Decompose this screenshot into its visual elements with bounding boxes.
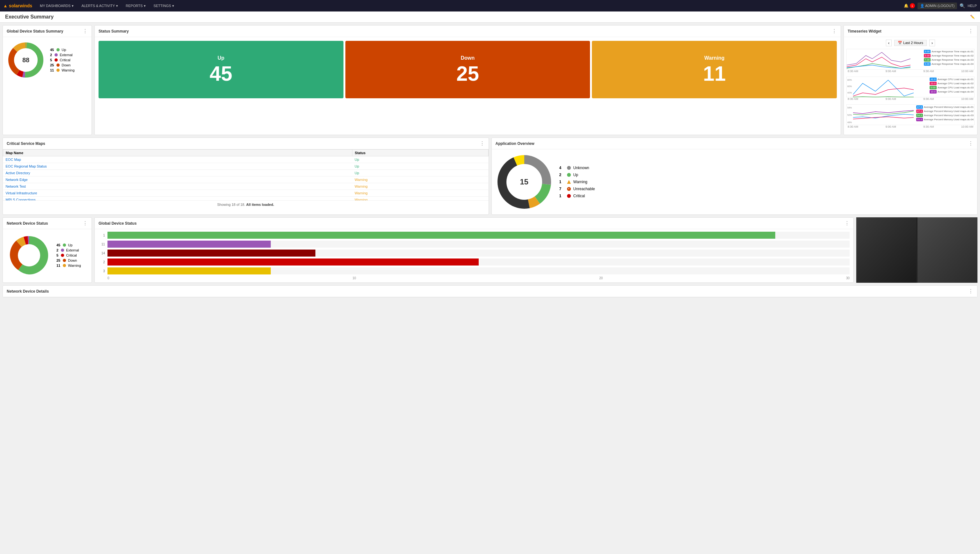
widget-header: Global Device Status Summary ⋮ [3, 26, 92, 37]
map-link[interactable]: MPLS Connections [6, 198, 36, 200]
up-label: Up [62, 48, 66, 52]
down-label: Down [62, 63, 70, 67]
bar-label: 2 [99, 260, 105, 264]
timeseries-date-button[interactable]: 📅 Last 2 Hours [894, 40, 926, 46]
donut-chart: 88 [7, 41, 45, 79]
label: Average CPU Load maps-dc-04 [938, 90, 974, 93]
page-title-bar: Executive Summary ✏️ [0, 11, 980, 23]
bar-label: 1 [99, 234, 105, 237]
network-status-body: 45 Up 2 External 5 Critical [3, 229, 92, 281]
bar-fill [107, 259, 479, 265]
label: Average Response Time maps-dc-03 [932, 58, 974, 61]
application-overview-widget: Application Overview ⋮ [492, 137, 978, 215]
timeseries-prev-button[interactable]: ‹ [886, 40, 892, 46]
map-link[interactable]: Virtual Infrastructure [6, 191, 37, 195]
warning-label: Warning [573, 180, 587, 184]
critical-maps-title: Critical Service Maps [7, 141, 45, 146]
legend-down: 25 Down [50, 63, 75, 67]
app-donut-chart: 15 [496, 153, 553, 211]
nav-alerts-activity[interactable]: ALERTS & ACTIVITY ▾ [78, 0, 121, 11]
ts-legend-memory: 47.9 Average Percent Memory Used maps-dc… [916, 105, 975, 122]
map-link[interactable]: Network Test [6, 184, 26, 188]
ts-x-labels: 8:30 AM 9:00 AM 9:30 AM 10:00 AM [846, 70, 975, 73]
warning-box-label: Warning [704, 55, 724, 61]
badge: 55.5 [916, 118, 923, 121]
bar-fill [107, 249, 315, 257]
maps-table-head: Map Name Status [3, 150, 488, 156]
notification-area[interactable]: 🔔 1 [904, 3, 915, 8]
label: Average Response Time maps-dc-02 [932, 54, 974, 57]
ts-chart-response: 3.00 Average Response Time maps-dc-01 3.… [846, 49, 975, 70]
widget-menu-button[interactable]: ⋮ [83, 28, 88, 34]
edit-icon[interactable]: ✏️ [970, 15, 975, 19]
bar-label: 14 [99, 251, 105, 255]
network-status-menu[interactable]: ⋮ [83, 220, 88, 226]
nav-settings[interactable]: SETTINGS ▾ [150, 0, 177, 11]
ts-legend-item: 3.00 Average Response Time maps-dc-01 [924, 50, 974, 53]
nav-reports[interactable]: REPORTS ▾ [123, 0, 149, 11]
main-content: Global Device Status Summary ⋮ [0, 23, 980, 300]
donut-area: 88 45 Up 2 External [7, 41, 88, 79]
badge: 47.9 [916, 105, 923, 109]
status-summary-menu[interactable]: ⋮ [832, 28, 837, 34]
timeseries-next-button[interactable]: › [929, 40, 935, 46]
legend-external: 2 External [50, 53, 75, 57]
legend: 45 Up 2 External 5 Critical [50, 48, 75, 72]
ts-legend-item: 3.00 Average Response Time maps-dc-04 [924, 62, 974, 66]
critical-maps-menu[interactable]: ⋮ [480, 140, 485, 147]
global-device-menu[interactable]: ⋮ [845, 220, 850, 226]
admin-button[interactable]: 👤 ADMIN (LOGOUT) [918, 3, 957, 9]
label: Average CPU Load maps-dc-02 [938, 82, 974, 85]
ts-legend-item: 47.9 Average Percent Memory Used maps-dc… [916, 105, 974, 109]
nav-my-dashboards[interactable]: MY DASHBOARDS ▾ [37, 0, 77, 11]
label: Average Percent Memory Used maps-dc-01 [924, 105, 974, 109]
svg-text:60%: 60% [847, 85, 852, 88]
global-device-title: Global Device Status [99, 221, 137, 226]
bar-fill [107, 267, 271, 275]
nav-alerts-label: ALERTS & ACTIVITY [81, 4, 115, 8]
col-status: Status [352, 150, 488, 156]
help-button[interactable]: HELP [967, 4, 977, 8]
network-details-header: Network Device Details ⋮ [3, 286, 977, 297]
video-overlay [856, 217, 977, 283]
table-row: EOC Map Up [3, 156, 488, 163]
nav-reports-label: REPORTS [126, 4, 143, 8]
bar-row-4: 2 [99, 259, 850, 265]
timeseries-body: ‹ 📅 Last 2 Hours › [844, 37, 977, 135]
legend-up: 45 Up [56, 243, 81, 247]
map-link[interactable]: Network Edge [6, 178, 28, 182]
label: Average CPU Load maps-dc-01 [938, 78, 974, 81]
brand-name: solarwinds [9, 3, 32, 8]
status-cell: Up [352, 163, 488, 170]
notification-badge: 1 [910, 3, 915, 8]
status-cell: Warning [352, 196, 488, 201]
map-link[interactable]: EOC Map [6, 158, 21, 161]
ts-legend-item: 10.0 Average CPU Load maps-dc-04 [930, 90, 974, 94]
legend-up: 45 Up [50, 48, 75, 52]
ts-legend-item: 0.00 Average CPU Load maps-dc-03 [930, 86, 974, 89]
external-label: External [66, 248, 79, 252]
bar-label: 11 [99, 243, 105, 246]
badge: 41.0 [930, 78, 937, 81]
search-button[interactable]: 🔍 [959, 3, 965, 8]
legend-warning: 11 Warning [50, 68, 75, 72]
map-link[interactable]: EOC Regional Map Status [6, 164, 47, 168]
network-device-details-widget: Network Device Details ⋮ [3, 285, 977, 297]
ts-legend-item: 22.0 Average CPU Load maps-dc-02 [930, 82, 974, 85]
network-details-menu[interactable]: ⋮ [968, 288, 973, 294]
col-map-name: Map Name [3, 150, 352, 156]
widget-body: 88 45 Up 2 External [3, 37, 92, 83]
svg-point-18 [18, 244, 40, 267]
admin-label: ADMIN (LOGOUT) [925, 4, 955, 8]
video-panel-left [856, 217, 916, 283]
maps-table-container[interactable]: Map Name Status EOC Map Up EOC Regional … [3, 149, 488, 200]
status-summary-title: Status Summary [99, 29, 129, 34]
bar-container [107, 267, 850, 275]
app-overview-menu[interactable]: ⋮ [968, 140, 973, 147]
map-link[interactable]: Active Directory [6, 171, 30, 175]
ts-legend-item: 54.2 Average Percent Memory Used maps-dc… [916, 113, 974, 117]
timeseries-menu[interactable]: ⋮ [968, 28, 973, 34]
network-details-title: Network Device Details [7, 289, 49, 294]
ts-legend-item: 55.5 Average Percent Memory Used maps-dc… [916, 118, 974, 121]
x-label: 10 [352, 276, 356, 280]
